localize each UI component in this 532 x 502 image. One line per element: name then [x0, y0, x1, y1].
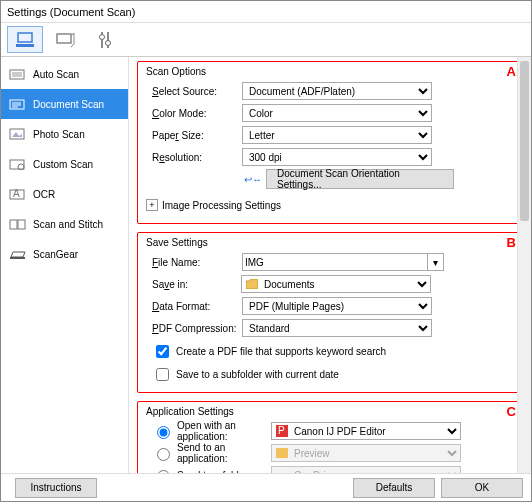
svg-point-6	[106, 40, 111, 45]
file-name-input[interactable]	[242, 253, 428, 271]
color-mode-dropdown[interactable]: Color	[242, 104, 432, 122]
application-settings-title: Application Settings	[146, 406, 514, 417]
save-in-label: Save in:	[146, 279, 242, 290]
save-settings-group: B Save Settings File Name: ▾ Save in: Do…	[137, 232, 523, 393]
svg-point-5	[100, 34, 105, 39]
application-settings-group: C Application Settings Open with an appl…	[137, 401, 523, 473]
restore-default-icon[interactable]: ↩↔	[242, 174, 266, 185]
expand-image-processing-icon[interactable]: +	[146, 199, 158, 211]
paper-size-label: Paper Size:	[146, 130, 242, 141]
sidebar-item-scangear[interactable]: ScanGear	[1, 239, 128, 269]
pdf-compression-dropdown[interactable]: Standard	[242, 319, 432, 337]
resolution-label: Resolution:	[146, 152, 242, 163]
defaults-button[interactable]: Defaults	[353, 478, 435, 498]
pdf-compression-label: PDF Compression:	[146, 323, 242, 334]
svg-rect-8	[12, 72, 22, 77]
sidebar-item-photo-scan[interactable]: Photo Scan	[1, 119, 128, 149]
paper-size-dropdown[interactable]: Letter	[242, 126, 432, 144]
svg-text:A: A	[13, 188, 20, 199]
sidebar-item-scan-and-stitch[interactable]: Scan and Stitch	[1, 209, 128, 239]
toolbar-scan-from-computer-icon[interactable]	[7, 26, 43, 53]
send-to-app-label: Send to an application:	[177, 442, 272, 464]
svg-rect-19	[10, 220, 17, 229]
scrollbar-thumb[interactable]	[520, 61, 529, 221]
sidebar: Auto Scan Document Scan Photo Scan Custo…	[1, 57, 129, 473]
stitch-icon	[9, 217, 27, 231]
sidebar-item-document-scan[interactable]: Document Scan	[1, 89, 128, 119]
send-to-app-radio[interactable]	[157, 448, 170, 461]
toolbar	[1, 23, 531, 57]
open-with-app-label: Open with an application:	[177, 420, 272, 442]
svg-rect-2	[57, 34, 71, 43]
settings-window: Settings (Document Scan) Auto Scan Docum…	[0, 0, 532, 502]
sidebar-item-label: Auto Scan	[33, 69, 79, 80]
auto-scan-icon	[9, 67, 27, 81]
svg-marker-14	[12, 132, 22, 137]
group-badge-b: B	[507, 235, 516, 250]
data-format-dropdown[interactable]: PDF (Multiple Pages)	[242, 297, 432, 315]
select-source-label: Select Source:	[146, 86, 242, 97]
file-name-label: File Name:	[146, 257, 242, 268]
scan-options-group: A Scan Options Select Source: Document (…	[137, 61, 523, 224]
send-to-app-dropdown[interactable]: Preview	[271, 444, 461, 462]
open-with-app-dropdown[interactable]: Canon IJ PDF Editor	[271, 422, 461, 440]
scan-options-title: Scan Options	[146, 66, 514, 77]
send-to-folder-dropdown[interactable]: OneDrive	[271, 466, 461, 473]
color-mode-label: Color Mode:	[146, 108, 242, 119]
group-badge-a: A	[507, 64, 516, 79]
instructions-button[interactable]: Instructions	[15, 478, 97, 498]
sidebar-item-label: Photo Scan	[33, 129, 85, 140]
group-badge-c: C	[507, 404, 516, 419]
select-source-dropdown[interactable]: Document (ADF/Platen)	[242, 82, 432, 100]
toolbar-general-settings-icon[interactable]	[87, 26, 123, 53]
open-with-app-radio[interactable]	[157, 426, 170, 439]
document-scan-icon	[9, 97, 27, 111]
save-settings-title: Save Settings	[146, 237, 514, 248]
svg-rect-0	[18, 33, 32, 42]
sidebar-item-label: Scan and Stitch	[33, 219, 103, 230]
data-format-label: Data Format:	[146, 301, 242, 312]
keyword-search-label: Create a PDF file that supports keyword …	[176, 346, 386, 357]
sidebar-item-custom-scan[interactable]: Custom Scan	[1, 149, 128, 179]
sidebar-item-label: Custom Scan	[33, 159, 93, 170]
sidebar-item-ocr[interactable]: A OCR	[1, 179, 128, 209]
window-title: Settings (Document Scan)	[1, 1, 531, 23]
ocr-icon: A	[9, 187, 27, 201]
toolbar-scan-from-panel-icon[interactable]	[47, 26, 83, 53]
keyword-search-checkbox[interactable]	[156, 345, 169, 358]
scangear-icon	[9, 247, 27, 261]
svg-rect-20	[18, 220, 25, 229]
subfolder-label: Save to a subfolder with current date	[176, 369, 339, 380]
sidebar-item-label: ScanGear	[33, 249, 78, 260]
orientation-settings-button[interactable]: Document Scan Orientation Settings...	[266, 169, 454, 189]
image-processing-label: Image Processing Settings	[162, 200, 281, 211]
content-area: A Scan Options Select Source: Document (…	[129, 57, 531, 473]
subfolder-checkbox[interactable]	[156, 368, 169, 381]
ok-button[interactable]: OK	[441, 478, 523, 498]
resolution-dropdown[interactable]: 300 dpi	[242, 148, 432, 166]
photo-scan-icon	[9, 127, 27, 141]
sidebar-item-label: OCR	[33, 189, 55, 200]
sidebar-item-label: Document Scan	[33, 99, 104, 110]
save-in-dropdown[interactable]: Documents	[241, 275, 431, 293]
custom-scan-icon	[9, 157, 27, 171]
vertical-scrollbar[interactable]	[517, 57, 531, 473]
footer: Instructions Defaults OK	[1, 473, 531, 501]
svg-rect-1	[16, 44, 34, 47]
sidebar-item-auto-scan[interactable]: Auto Scan	[1, 59, 128, 89]
svg-rect-21	[10, 257, 25, 259]
